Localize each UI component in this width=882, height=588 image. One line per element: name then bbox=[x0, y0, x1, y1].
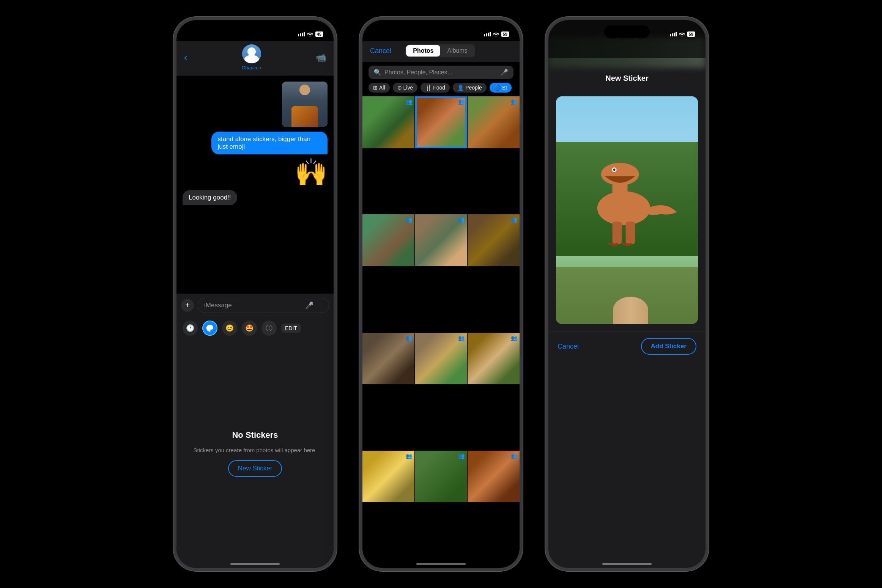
sticker-message bbox=[282, 82, 328, 127]
message-input-field[interactable]: iMessage 🎤 bbox=[198, 298, 329, 313]
people-badge-4: 👥 bbox=[406, 217, 412, 223]
message-text-1: stand alone stickers, bigger than just e… bbox=[217, 135, 310, 150]
contact-avatar[interactable] bbox=[242, 44, 261, 63]
raised-hands-emoji: 🙌 bbox=[295, 159, 328, 186]
all-label: All bbox=[379, 85, 385, 91]
trex-scene bbox=[556, 96, 698, 324]
trex-svg bbox=[563, 119, 677, 290]
search-placeholder: Photos, People, Places... bbox=[384, 69, 452, 76]
photo-cell-5[interactable]: 👥 bbox=[415, 214, 467, 266]
filter-live[interactable]: ⊙ Live bbox=[393, 83, 418, 93]
people-badge-3: 👥 bbox=[511, 99, 517, 105]
avatar-image bbox=[242, 44, 261, 63]
add-sticker-button[interactable]: Add Sticker bbox=[641, 338, 696, 355]
people-badge-2: 👥 bbox=[458, 99, 465, 105]
battery-1: 45 bbox=[315, 31, 323, 37]
mic-icon[interactable]: 🎤 bbox=[305, 301, 313, 310]
plus-button[interactable]: + bbox=[181, 299, 194, 312]
video-call-button[interactable]: 📹 bbox=[316, 53, 326, 63]
sticker-icon bbox=[206, 324, 214, 332]
contact-name[interactable]: Chance › bbox=[242, 65, 261, 71]
message-bubble-1: stand alone stickers, bigger than just e… bbox=[211, 132, 328, 154]
photo-search-bar[interactable]: 🔍 Photos, People, Places... 🎤 bbox=[369, 66, 513, 79]
chat-area: stand alone stickers, bigger than just e… bbox=[176, 75, 334, 294]
people-badge-12: 👥 bbox=[511, 453, 517, 459]
path bbox=[613, 297, 649, 324]
preview-footer: Cancel Add Sticker bbox=[548, 332, 706, 366]
picker-cancel-button[interactable]: Cancel bbox=[370, 47, 391, 55]
raised-hands-sticker: 🙌 bbox=[295, 159, 328, 186]
clock-icon-btn[interactable]: 🕐 bbox=[183, 321, 198, 336]
photo-cell-6[interactable]: 👥 bbox=[468, 214, 520, 266]
phone-1: 45 ‹ Chance › 📹 bbox=[173, 17, 337, 571]
wifi-icon bbox=[307, 32, 313, 36]
svg-rect-3 bbox=[304, 32, 305, 36]
preview-header: New Sticker bbox=[548, 68, 706, 89]
battery-2: 59 bbox=[501, 31, 509, 37]
stickers-icon: 🔵 bbox=[494, 85, 501, 91]
svg-rect-6 bbox=[488, 33, 489, 36]
people-badge-5: 👥 bbox=[458, 217, 465, 223]
tab-albums[interactable]: Albums bbox=[440, 45, 474, 57]
message-bubble-2: Looking good!! bbox=[183, 190, 237, 205]
people-badge-11: 👥 bbox=[458, 453, 465, 459]
svg-rect-11 bbox=[676, 32, 677, 36]
photo-cell-12[interactable]: 👥 bbox=[468, 451, 520, 503]
photo-cell-3[interactable]: 👥 bbox=[468, 96, 520, 148]
wifi-icon-3 bbox=[679, 32, 685, 36]
no-stickers-desc: Stickers you create from photos will app… bbox=[193, 446, 317, 454]
message-text-2: Looking good!! bbox=[189, 194, 231, 201]
message-input-bar: + iMessage 🎤 bbox=[176, 294, 334, 317]
photo-cell-11[interactable]: 👥 bbox=[415, 451, 467, 503]
photo-cell-2[interactable]: 👥 bbox=[415, 96, 467, 148]
photo-cell-1[interactable]: 👥 bbox=[362, 96, 414, 148]
home-indicator-2 bbox=[416, 563, 466, 565]
photo-cell-8[interactable]: 👥 bbox=[415, 333, 467, 385]
mic-icon-2[interactable]: 🎤 bbox=[501, 69, 508, 76]
back-button[interactable]: ‹ bbox=[184, 52, 187, 63]
imessage-header: ‹ Chance › 📹 bbox=[176, 41, 334, 75]
svg-rect-1 bbox=[300, 33, 301, 36]
people-label: People bbox=[465, 85, 482, 91]
sticker-image bbox=[282, 82, 328, 127]
status-icons-2: 59 bbox=[484, 31, 509, 37]
preview-cancel-button[interactable]: Cancel bbox=[558, 343, 579, 351]
tab-photos[interactable]: Photos bbox=[406, 45, 440, 57]
emoji-icon-btn[interactable]: 😊 bbox=[222, 321, 237, 336]
svg-rect-17 bbox=[612, 222, 622, 244]
photo-cell-9[interactable]: 👥 bbox=[468, 333, 520, 385]
no-stickers-title: No Stickers bbox=[232, 430, 278, 440]
signal-icon-3 bbox=[670, 32, 677, 36]
appstore-icon-btn[interactable]: Ⓘ bbox=[261, 321, 277, 336]
dynamic-island-2 bbox=[418, 25, 464, 38]
filter-all[interactable]: ⊞ All bbox=[369, 83, 390, 93]
photo-cell-10[interactable]: 👥 bbox=[362, 451, 414, 503]
phones-container: 45 ‹ Chance › 📹 bbox=[0, 0, 882, 588]
photo-cell-7[interactable]: 👥 bbox=[362, 333, 414, 385]
filter-stickers[interactable]: 🔵 St bbox=[490, 83, 512, 93]
svg-rect-0 bbox=[298, 34, 299, 36]
sticker-icon-btn[interactable] bbox=[202, 321, 217, 336]
signal-icon bbox=[298, 32, 305, 36]
people-badge-6: 👥 bbox=[511, 217, 517, 223]
filter-people[interactable]: 👤 People bbox=[453, 83, 487, 93]
filter-food[interactable]: 🍴 Food bbox=[421, 83, 450, 93]
picker-header: Cancel Photos Albums bbox=[362, 41, 520, 62]
people-badge-1: 👥 bbox=[406, 99, 412, 105]
edit-button[interactable]: EDIT bbox=[281, 324, 301, 333]
people-badge-10: 👥 bbox=[406, 453, 412, 459]
memoji-icon-btn[interactable]: 🤩 bbox=[242, 321, 257, 336]
food-icon: 🍴 bbox=[425, 85, 432, 91]
wifi-icon-2 bbox=[493, 32, 499, 36]
photo-cell-4[interactable]: 👥 bbox=[362, 214, 414, 266]
dynamic-island-1 bbox=[232, 25, 278, 38]
preview-title: New Sticker bbox=[556, 74, 698, 83]
live-label: Live bbox=[403, 85, 413, 91]
search-icon-2: 🔍 bbox=[374, 69, 381, 76]
status-icons-1: 45 bbox=[298, 31, 323, 37]
signal-icon-2 bbox=[484, 32, 491, 36]
preview-image-area bbox=[556, 96, 698, 324]
phone3-screen: 59 New Sticker bbox=[548, 20, 706, 568]
new-sticker-button[interactable]: New Sticker bbox=[228, 460, 282, 477]
svg-rect-9 bbox=[672, 33, 673, 36]
